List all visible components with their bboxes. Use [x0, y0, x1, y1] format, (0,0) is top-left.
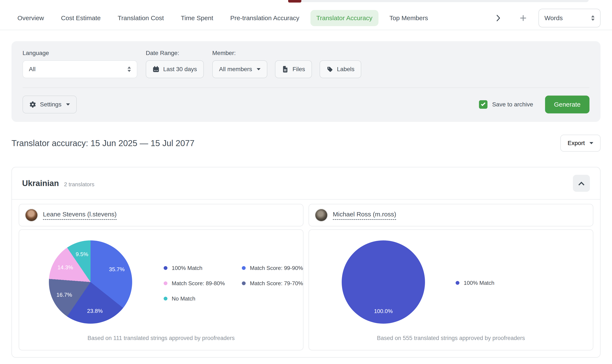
export-label: Export [568, 140, 585, 146]
file-icon [282, 66, 289, 73]
select-spinner-icon [591, 15, 595, 21]
export-button[interactable]: Export [560, 135, 600, 152]
tab-overview[interactable]: Overview [12, 10, 50, 26]
legend-dot-icon [242, 281, 246, 285]
legend-label: 100% Match [464, 280, 494, 286]
legend-item: 100% Match [164, 260, 225, 276]
tab-cost-estimate[interactable]: Cost Estimate [55, 10, 107, 26]
pie-slice-label: 16.7% [56, 291, 72, 298]
language-label: Language [23, 50, 137, 56]
tab-translator-accuracy[interactable]: Translator Accuracy [310, 10, 378, 26]
calendar-icon [153, 66, 159, 73]
settings-button[interactable]: Settings [23, 96, 77, 113]
translator-card-michael-ross: Michael Ross (m.ross) 100.0% 100% Match … [308, 204, 593, 351]
tab-time-spent[interactable]: Time Spent [175, 10, 219, 26]
legend-label: 100% Match [172, 265, 202, 272]
labels-label: Labels [337, 66, 355, 73]
legend-label: No Match [172, 295, 195, 302]
member-value: All members [219, 66, 252, 73]
chart-caption: Based on 111 translated strings approved… [19, 335, 303, 341]
language-filter-group: Language All [23, 50, 137, 78]
caret-down-icon [589, 142, 593, 144]
pie-slice-label: 23.8% [87, 308, 103, 314]
checkmark-icon [481, 102, 485, 106]
top-window-strip [295, 0, 589, 2]
language-select[interactable]: All [23, 60, 137, 78]
tab-top-members[interactable]: Top Members [384, 10, 434, 26]
legend-dot-icon [456, 281, 459, 285]
caret-down-icon [66, 104, 70, 105]
accuracy-chart-area: 35.7%23.8%16.7%14.3%9.5% 100% MatchMatch… [19, 229, 304, 351]
select-spinner-icon [128, 66, 131, 72]
files-filter-button[interactable]: Files [275, 60, 312, 78]
tag-icon [326, 66, 333, 73]
avatar [25, 209, 38, 221]
language-select-value: All [29, 66, 36, 73]
labels-filter-button[interactable]: Labels [319, 60, 361, 78]
legend-item: Match Score: 89-80% [164, 276, 225, 291]
tab-translation-cost[interactable]: Translation Cost [112, 10, 170, 26]
translator-count: 2 translators [64, 181, 94, 188]
report-tabs-bar: OverviewCost EstimateTranslation CostTim… [0, 0, 612, 30]
member-filter-group: Member: All members Files Labels [212, 50, 361, 78]
pie-slice-label: 100.0% [374, 308, 393, 314]
legend-dot-icon [164, 281, 167, 285]
date-range-label: Date Range: [146, 50, 204, 56]
accuracy-pie-chart: 100.0% [342, 240, 425, 324]
legend-dot-icon [242, 266, 246, 270]
avatar [315, 209, 328, 221]
legend-label: Match Score: 89-80% [172, 280, 225, 287]
accuracy-pie-chart: 35.7%23.8%16.7%14.3%9.5% [49, 240, 132, 324]
nav-right-group: Words [494, 9, 600, 27]
unit-select-value: Words [545, 14, 563, 22]
translator-name-link[interactable]: Leane Stevens (l.stevens) [43, 211, 117, 220]
chevron-right-icon [496, 15, 500, 21]
accuracy-chart-area: 100.0% 100% Match Based on 555 translate… [308, 229, 593, 351]
chart-legend: 100% MatchMatch Score: 89-80%No MatchMat… [164, 260, 303, 306]
legend-item: Match Score: 99-90% [242, 260, 303, 276]
add-report-button[interactable] [520, 15, 527, 21]
legend-item: Match Score: 79-70% [242, 276, 303, 291]
chart-legend: 100% Match [456, 275, 494, 290]
plus-icon [520, 15, 527, 21]
settings-label: Settings [40, 101, 61, 108]
unit-select[interactable]: Words [538, 9, 600, 27]
date-range-value: Last 30 days [163, 66, 197, 73]
legend-label: Match Score: 79-70% [250, 280, 303, 287]
legend-item: 100% Match [456, 275, 494, 290]
member-label: Member: [212, 50, 361, 56]
language-name: Ukrainian [22, 179, 59, 188]
chart-caption: Based on 555 translated strings approved… [309, 335, 593, 341]
page-title: Translator accuracy: 15 Jun 2025 — 15 Ju… [12, 139, 194, 148]
translator-card-leane-stevens: Leane Stevens (l.stevens) 35.7%23.8%16.7… [19, 204, 304, 351]
date-range-button[interactable]: Last 30 days [146, 60, 204, 78]
legend-dot-icon [164, 297, 167, 300]
translator-name-link[interactable]: Michael Ross (m.ross) [333, 211, 396, 220]
language-card-ukrainian: Ukrainian 2 translators Leane Stevens (l… [12, 167, 600, 358]
tab-pre-translation-accuracy[interactable]: Pre-translation Accuracy [224, 10, 305, 26]
tabs-overflow-button[interactable] [494, 13, 503, 23]
collapse-section-button[interactable] [573, 175, 590, 192]
top-center-red-bar [288, 0, 301, 2]
report-filter-panel: Language All Date Range: Last 30 days Me… [12, 41, 600, 122]
chevron-up-icon [578, 182, 584, 188]
pie-slice-label: 14.3% [57, 264, 73, 271]
generate-button[interactable]: Generate [545, 96, 589, 113]
legend-label: Match Score: 99-90% [250, 265, 303, 272]
legend-item: No Match [164, 291, 225, 306]
caret-down-icon [257, 68, 261, 70]
save-to-archive-checkbox[interactable] [479, 100, 488, 109]
gear-icon [29, 101, 36, 108]
pie-slice-label: 9.5% [76, 251, 88, 257]
files-label: Files [293, 66, 305, 73]
member-dropdown-button[interactable]: All members [212, 60, 267, 78]
panel-divider [23, 88, 589, 88]
date-range-filter-group: Date Range: Last 30 days [146, 50, 204, 78]
save-to-archive-label: Save to archive [492, 101, 533, 108]
tab-list: OverviewCost EstimateTranslation CostTim… [12, 10, 434, 26]
legend-dot-icon [164, 266, 167, 270]
pie-slice-label: 35.7% [109, 266, 125, 273]
